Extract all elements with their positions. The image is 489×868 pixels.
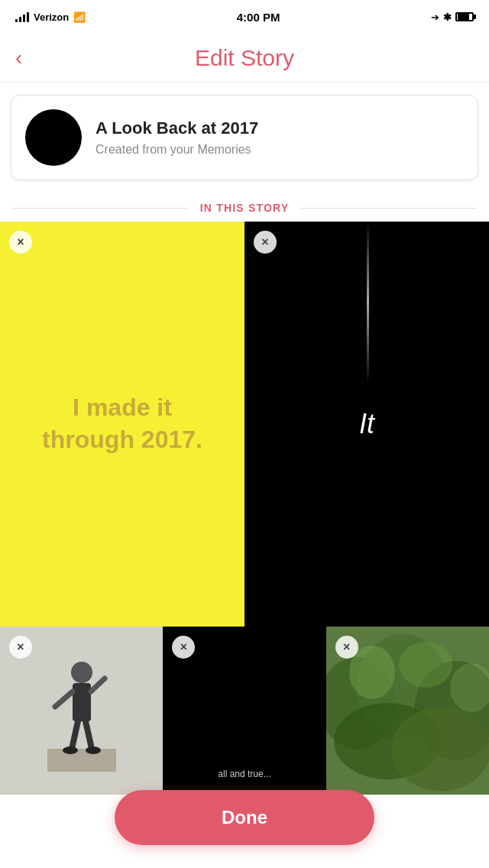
yellow-cell-text: I made itthrough 2017. (27, 377, 218, 471)
page-title: Edit Story (195, 45, 294, 71)
story-header-card: A Look Back at 2017 Created from your Me… (11, 95, 478, 180)
bluetooth-icon: ✱ (443, 11, 452, 23)
svg-point-8 (86, 747, 101, 754)
remove-button-3[interactable]: × (9, 636, 32, 659)
svg-line-4 (91, 679, 105, 691)
remove-button-2[interactable]: × (254, 231, 277, 254)
svg-rect-2 (73, 683, 91, 721)
svg-point-7 (63, 747, 78, 754)
svg-point-14 (391, 707, 489, 791)
status-time: 4:00 PM (237, 11, 280, 24)
status-bar: Verizon 📶 4:00 PM ➔ ✱ (0, 0, 489, 34)
svg-line-5 (72, 721, 78, 749)
back-button[interactable]: ‹ (15, 47, 22, 69)
done-container: Done (115, 790, 374, 845)
story-grid-small: × × all and true... × (0, 627, 489, 795)
wifi-icon: 📶 (73, 11, 86, 23)
story-subtitle: Created from your Memories (96, 143, 464, 157)
svg-line-3 (55, 691, 73, 707)
remove-button-4[interactable]: × (172, 636, 195, 659)
done-button[interactable]: Done (115, 790, 374, 845)
avatar (25, 109, 82, 166)
story-cell-yellow: × I made itthrough 2017. (0, 222, 244, 627)
status-left: Verizon 📶 (15, 11, 86, 23)
nav-bar: ‹ Edit Story (0, 34, 489, 83)
black-cell-small-text: all and true... (163, 769, 325, 779)
story-cell-black-large: × It (244, 222, 489, 627)
story-cell-nature: × (326, 627, 489, 795)
battery-icon (455, 12, 474, 21)
section-label-row: IN THIS STORY (0, 193, 489, 222)
left-divider (12, 208, 188, 209)
story-cell-black-small: × all and true... (163, 627, 325, 795)
section-label: IN THIS STORY (200, 202, 290, 214)
svg-point-16 (399, 642, 452, 688)
remove-button-1[interactable]: × (9, 231, 32, 254)
vertical-line-decoration (367, 222, 369, 384)
story-cell-photo-1: × (0, 627, 163, 795)
story-grid-large: × I made itthrough 2017. × It (0, 222, 489, 627)
person-icon (47, 649, 116, 772)
story-info: A Look Back at 2017 Created from your Me… (96, 118, 464, 157)
signal-icon (15, 11, 29, 22)
story-title: A Look Back at 2017 (96, 118, 464, 138)
status-right: ➔ ✱ (431, 11, 474, 23)
black-cell-text: It (359, 408, 374, 440)
svg-point-1 (71, 662, 92, 683)
location-icon: ➔ (431, 11, 439, 23)
svg-rect-0 (47, 749, 116, 772)
svg-line-6 (86, 721, 92, 749)
carrier-label: Verizon (34, 11, 69, 23)
remove-button-5[interactable]: × (335, 636, 358, 659)
right-divider (301, 208, 477, 209)
